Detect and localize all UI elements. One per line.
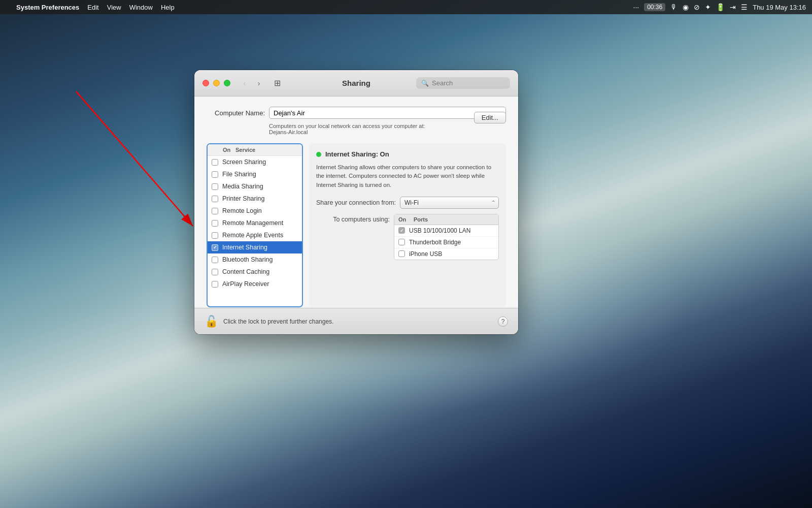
window-content: Computer Name: Edit... Computers on your… xyxy=(194,97,518,334)
mic-mute-icon[interactable]: ⊘ xyxy=(694,3,700,11)
service-name-printer-sharing: Printer Sharing xyxy=(222,195,264,202)
service-checkbox-airplay-receiver[interactable] xyxy=(212,281,218,288)
service-checkbox-remote-management[interactable] xyxy=(212,220,218,227)
share-from-value: Wi-Fi xyxy=(404,199,419,206)
share-from-label: Share your connection from: xyxy=(316,199,396,206)
service-checkbox-screen-sharing[interactable] xyxy=(212,159,218,166)
bluetooth-icon[interactable]: ✦ xyxy=(705,3,711,11)
edit-button[interactable]: Edit... xyxy=(474,112,506,123)
service-checkbox-printer-sharing[interactable] xyxy=(212,196,218,202)
services-header: On Service xyxy=(208,144,302,156)
local-network-info: Computers on your local network can acce… xyxy=(269,123,506,135)
detail-description: Internet Sharing allows other computers … xyxy=(316,163,499,189)
service-item-remote-management[interactable]: Remote Management xyxy=(208,217,302,229)
service-name-airplay-receiver: AirPlay Receiver xyxy=(222,280,269,288)
view-menu[interactable]: View xyxy=(107,4,121,11)
window-title: Sharing xyxy=(342,79,370,87)
grid-view-button[interactable]: ⊞ xyxy=(271,78,283,88)
service-name-remote-apple-events: Remote Apple Events xyxy=(222,232,283,239)
port-row-iphone-usb[interactable]: iPhone USB xyxy=(394,248,498,260)
services-list: Screen Sharing File Sharing Media Sharin… xyxy=(208,156,302,306)
titlebar: ‹ › ⊞ Sharing 🔍 xyxy=(194,70,518,97)
service-name-bluetooth-sharing: Bluetooth Sharing xyxy=(222,256,273,263)
service-checkbox-content-caching[interactable] xyxy=(212,269,218,275)
service-item-airplay-receiver[interactable]: AirPlay Receiver xyxy=(208,278,302,290)
wifi-icon[interactable]: ⇥ xyxy=(730,3,736,11)
chevron-down-icon: ⌃ xyxy=(491,200,495,205)
back-button[interactable]: ‹ xyxy=(239,78,251,88)
service-checkbox-internet-sharing[interactable]: ✓ xyxy=(212,244,218,251)
lock-bar: 🔓 Click the lock to prevent further chan… xyxy=(194,308,518,334)
local-network-text-line2: Dejans-Air.local xyxy=(269,129,506,135)
service-item-remote-login[interactable]: Remote Login xyxy=(208,205,302,217)
window-menu[interactable]: Window xyxy=(129,4,153,11)
traffic-lights xyxy=(202,80,230,86)
service-name-content-caching: Content Caching xyxy=(222,268,269,275)
sharing-window: ‹ › ⊞ Sharing 🔍 Computer Name: Edit... C… xyxy=(194,70,518,334)
app-name-menu[interactable]: System Preferences xyxy=(16,4,79,11)
port-name-iphone-usb: iPhone USB xyxy=(409,250,442,258)
battery-icon[interactable]: 🔋 xyxy=(716,3,725,11)
control-center-icon[interactable]: ☰ xyxy=(741,3,748,11)
service-name-media-sharing: Media Sharing xyxy=(222,183,263,190)
service-checkbox-file-sharing[interactable] xyxy=(212,171,218,178)
help-button[interactable]: ? xyxy=(498,316,508,327)
local-network-text-line1: Computers on your local network can acce… xyxy=(269,123,506,129)
help-menu[interactable]: Help xyxy=(161,4,175,11)
forward-button[interactable]: › xyxy=(253,78,265,88)
minimize-button[interactable] xyxy=(213,80,220,86)
timer-badge: 00:36 xyxy=(644,3,665,11)
service-checkbox-remote-login[interactable] xyxy=(212,208,218,214)
services-panel: On Service Screen Sharing File Sharing xyxy=(207,143,303,307)
lock-icon[interactable]: 🔓 xyxy=(205,315,218,328)
service-item-printer-sharing[interactable]: Printer Sharing xyxy=(208,193,302,205)
service-name-file-sharing: File Sharing xyxy=(222,171,256,178)
close-button[interactable] xyxy=(202,80,209,86)
service-item-remote-apple-events[interactable]: Remote Apple Events xyxy=(208,229,302,241)
menubar-right: ··· 00:36 🎙 ◉ ⊘ ✦ 🔋 ⇥ ☰ Thu 19 May 13:16 xyxy=(633,3,806,11)
siri-icon[interactable]: ◉ xyxy=(683,3,689,11)
clock-display: Thu 19 May 13:16 xyxy=(753,4,806,11)
ports-table: On Ports ✓ USB 10/100/1000 LAN xyxy=(394,214,499,260)
port-checkbox-iphone-usb[interactable] xyxy=(398,250,405,257)
service-checkbox-remote-apple-events[interactable] xyxy=(212,232,218,239)
service-item-bluetooth-sharing[interactable]: Bluetooth Sharing xyxy=(208,253,302,266)
computer-name-input[interactable] xyxy=(269,107,506,119)
service-item-internet-sharing[interactable]: ✓ Internet Sharing xyxy=(208,241,302,253)
detail-title-row: Internet Sharing: On xyxy=(316,150,499,158)
service-item-file-sharing[interactable]: File Sharing xyxy=(208,168,302,180)
search-icon: 🔍 xyxy=(421,80,429,87)
fullscreen-button[interactable] xyxy=(224,80,230,86)
port-row-thunderbolt[interactable]: Thunderbolt Bridge xyxy=(394,237,498,248)
nav-buttons: ‹ › xyxy=(239,78,265,88)
services-service-col-header: Service xyxy=(235,147,255,153)
ports-section: To computers using: On Ports ✓ USB 10/10… xyxy=(316,214,499,260)
service-item-content-caching[interactable]: Content Caching xyxy=(208,266,302,278)
share-from-row: Share your connection from: Wi-Fi ⌃ xyxy=(316,197,499,209)
mic-icon[interactable]: 🎙 xyxy=(670,3,678,11)
ports-table-header: On Ports xyxy=(394,214,498,225)
port-checkbox-thunderbolt[interactable] xyxy=(398,239,405,245)
port-row-usb-lan[interactable]: ✓ USB 10/100/1000 LAN xyxy=(394,225,498,237)
checkmark-icon: ✓ xyxy=(213,245,217,250)
checkmark-icon: ✓ xyxy=(400,228,404,233)
service-name-screen-sharing: Screen Sharing xyxy=(222,158,266,166)
share-from-select[interactable]: Wi-Fi ⌃ xyxy=(400,197,499,209)
service-item-screen-sharing[interactable]: Screen Sharing xyxy=(208,156,302,168)
edit-menu[interactable]: Edit xyxy=(87,4,98,11)
detail-panel: Internet Sharing: On Internet Sharing al… xyxy=(309,143,506,307)
port-name-usb-lan: USB 10/100/1000 LAN xyxy=(409,227,470,234)
menubar-left: System Preferences Edit View Window Help xyxy=(6,4,175,11)
search-bar[interactable]: 🔍 xyxy=(416,77,510,89)
service-checkbox-bluetooth-sharing[interactable] xyxy=(212,257,218,263)
ports-port-col-header: Ports xyxy=(414,216,494,223)
service-item-media-sharing[interactable]: Media Sharing xyxy=(208,180,302,193)
ports-on-col-header: On xyxy=(398,216,414,223)
lock-text: Click the lock to prevent further change… xyxy=(223,318,333,325)
search-input[interactable] xyxy=(432,79,505,87)
service-name-remote-management: Remote Management xyxy=(222,219,283,227)
service-name-internet-sharing: Internet Sharing xyxy=(222,244,267,251)
split-area: On Service Screen Sharing File Sharing xyxy=(207,143,506,307)
port-checkbox-usb-lan[interactable]: ✓ xyxy=(398,227,405,234)
service-checkbox-media-sharing[interactable] xyxy=(212,183,218,190)
